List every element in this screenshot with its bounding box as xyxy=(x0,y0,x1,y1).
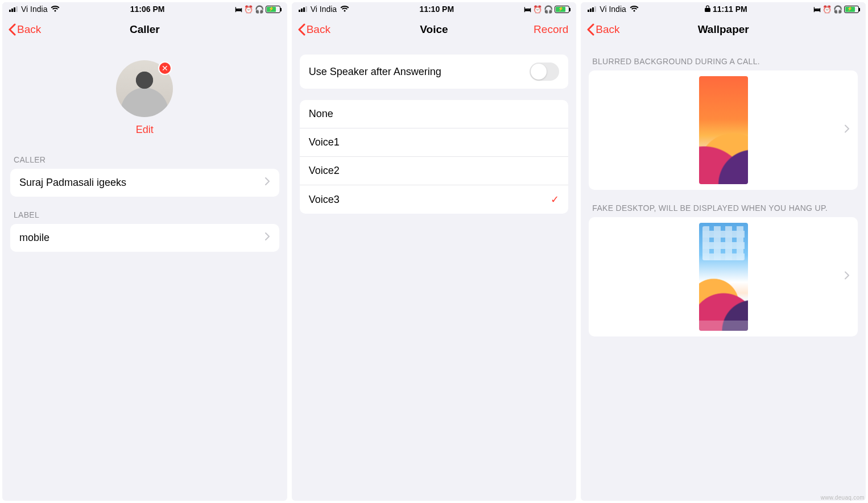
voice-option-voice2[interactable]: Voice2 xyxy=(300,157,569,185)
battery-icon xyxy=(266,6,280,13)
watermark: www.deuaq.com xyxy=(821,494,865,501)
signal-icon xyxy=(588,6,596,12)
label-value: mobile xyxy=(19,232,49,244)
carrier-label: Vi India xyxy=(600,5,626,14)
screen-voice: Vi India 11:10 PM 🛏 ⏰ 🎧 Back Voice Recor… xyxy=(292,2,577,501)
voice-option-label: None xyxy=(309,108,333,120)
signal-icon xyxy=(299,6,307,12)
screen-wallpaper: Vi India 11:11 PM 🛏 ⏰ 🎧 Back Wallpaper B… xyxy=(581,2,866,501)
status-time: 11:10 PM xyxy=(419,5,454,14)
screen-caller: Vi India 11:06 PM 🛏 ⏰ 🎧 Back Caller ✕ Ed… xyxy=(2,2,287,501)
chevron-right-icon xyxy=(844,271,850,283)
section-header-blurred: BLURRED BACKGROUND DURING A CALL. xyxy=(581,43,866,70)
label-cell[interactable]: mobile xyxy=(10,224,279,252)
page-title: Wallpaper xyxy=(698,23,749,36)
back-label: Back xyxy=(307,23,330,36)
voice-option-none[interactable]: None xyxy=(300,100,569,128)
status-bar: Vi India 11:10 PM 🛏 ⏰ 🎧 xyxy=(292,2,577,16)
caller-name-cell[interactable]: Suraj Padmasali igeeks xyxy=(10,169,279,197)
voice-option-label: Voice1 xyxy=(309,136,340,148)
status-bar: Vi India 11:06 PM 🛏 ⏰ 🎧 xyxy=(2,2,287,16)
chevron-right-icon xyxy=(264,232,270,244)
fake-desktop-cell[interactable] xyxy=(589,217,858,336)
voice-option-label: Voice3 xyxy=(309,194,340,206)
alarm-icon: ⏰ xyxy=(533,5,542,14)
section-header-caller: CALLER xyxy=(2,142,287,169)
wifi-icon xyxy=(630,6,639,13)
page-title: Caller xyxy=(130,23,160,36)
record-button[interactable]: Record xyxy=(534,23,568,36)
speaker-toggle[interactable] xyxy=(530,63,559,81)
voice-option-voice1[interactable]: Voice1 xyxy=(300,128,569,157)
speaker-toggle-label: Use Speaker after Answering xyxy=(309,66,441,78)
bed-icon: 🛏 xyxy=(813,5,821,14)
delete-photo-button[interactable]: ✕ xyxy=(158,61,172,75)
wifi-icon xyxy=(340,6,349,13)
alarm-icon: ⏰ xyxy=(822,5,832,14)
speaker-toggle-cell[interactable]: Use Speaker after Answering xyxy=(300,55,569,89)
nav-bar: Back Caller xyxy=(2,16,287,43)
wallpaper-thumbnail xyxy=(699,76,748,184)
back-label: Back xyxy=(596,23,619,36)
wallpaper-thumbnail xyxy=(699,223,748,331)
back-button[interactable]: Back xyxy=(297,23,330,36)
lock-icon xyxy=(705,5,710,14)
caller-name-label: Suraj Padmasali igeeks xyxy=(19,177,126,189)
battery-icon xyxy=(844,6,859,13)
headphones-icon: 🎧 xyxy=(544,5,553,14)
nav-bar: Back Voice Record xyxy=(292,16,577,43)
edit-button[interactable]: Edit xyxy=(136,124,154,136)
page-title: Voice xyxy=(420,23,448,36)
check-icon: ✓ xyxy=(551,193,559,206)
bed-icon: 🛏 xyxy=(235,5,242,14)
nav-bar: Back Wallpaper xyxy=(581,16,866,43)
signal-icon xyxy=(9,6,18,12)
alarm-icon: ⏰ xyxy=(244,5,253,14)
section-header-desktop: FAKE DESKTOP, WILL BE DISPLAYED WHEN YOU… xyxy=(581,190,866,217)
status-bar: Vi India 11:11 PM 🛏 ⏰ 🎧 xyxy=(581,2,866,16)
battery-icon xyxy=(555,6,569,13)
back-label: Back xyxy=(17,23,41,36)
wifi-icon xyxy=(51,6,60,13)
voice-option-voice3[interactable]: Voice3 ✓ xyxy=(300,185,569,214)
chevron-right-icon xyxy=(264,177,270,189)
headphones-icon: 🎧 xyxy=(833,5,842,14)
headphones-icon: 🎧 xyxy=(255,5,264,14)
blurred-wallpaper-cell[interactable] xyxy=(589,70,858,190)
section-header-label: LABEL xyxy=(2,197,287,224)
bed-icon: 🛏 xyxy=(524,5,531,14)
carrier-label: Vi India xyxy=(311,5,337,14)
status-time: 11:06 PM xyxy=(130,5,165,14)
avatar[interactable]: ✕ xyxy=(116,60,173,117)
carrier-label: Vi India xyxy=(21,5,47,14)
voice-option-label: Voice2 xyxy=(309,165,340,177)
status-time: 11:11 PM xyxy=(713,5,747,14)
back-button[interactable]: Back xyxy=(586,23,619,36)
chevron-right-icon xyxy=(844,124,850,136)
back-button[interactable]: Back xyxy=(8,23,41,36)
